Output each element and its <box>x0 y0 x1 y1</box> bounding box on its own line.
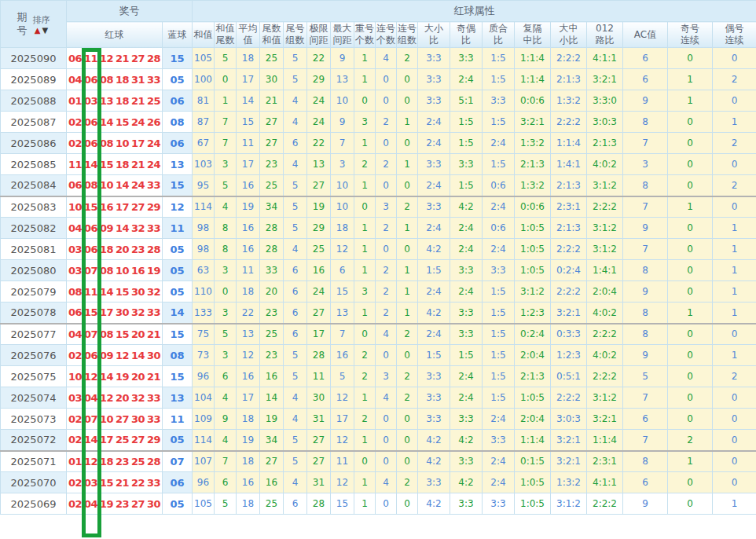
period-cell: 2025088 <box>1 90 67 112</box>
lottery-trend-page: 期 号 排序 ▲ ▼ 奖号 红球属性 红球 蓝球 和 <box>0 0 756 539</box>
attr-cell: 5 <box>623 366 668 387</box>
attr-cell: 1:5 <box>483 69 515 90</box>
red-ball: 33 <box>146 179 162 191</box>
red-ball: 06 <box>83 74 99 86</box>
attr-cell: 19 <box>237 430 260 451</box>
attr-cell: 27 <box>307 302 331 324</box>
attr-cell: 1 <box>668 302 713 324</box>
blue-ball-cell: 13 <box>163 387 193 409</box>
attr-cell: 3:0:3 <box>587 112 623 133</box>
red-ball: 15 <box>115 116 130 128</box>
attr-cell: 11 <box>331 451 354 472</box>
attr-cell: 7 <box>623 430 668 451</box>
red-ball: 30 <box>146 498 162 510</box>
red-ball: 21 <box>115 53 130 64</box>
attr-cell: 0 <box>376 175 397 196</box>
attr-cell: 4:0:2 <box>587 154 623 175</box>
attr-cell: 0 <box>215 69 237 90</box>
red-ball: 04 <box>68 222 83 234</box>
attr-cell: 0 <box>668 239 713 260</box>
red-balls-cell: 030708101619 <box>67 260 163 281</box>
attr-cell: 3:3 <box>418 366 450 387</box>
attr-cell: 3:3 <box>450 154 483 175</box>
attr-cell: 5 <box>284 196 307 218</box>
attr-cell: 2 <box>376 112 397 133</box>
attr-cell: 18 <box>237 493 260 515</box>
red-ball: 33 <box>146 74 162 86</box>
attr-cell: 24 <box>307 112 331 133</box>
table-row: 20250790811141530320511001820624153212:4… <box>1 281 756 302</box>
attr-cell: 103 <box>193 154 215 175</box>
table-row: 2025081030618202328059881628425121004:22… <box>1 239 756 260</box>
red-ball: 07 <box>83 413 99 425</box>
attr-cell: 3:2:1 <box>551 451 587 472</box>
blue-ball-cell: 11 <box>163 409 193 430</box>
attr-cell: 29 <box>307 218 331 239</box>
blue-ball-cell: 07 <box>163 451 193 472</box>
attr-cell: 109 <box>193 409 215 430</box>
red-ball: 21 <box>130 95 146 107</box>
red-ball: 06 <box>68 53 83 64</box>
attr-cell: 5 <box>284 366 307 387</box>
blue-ball-cell: 13 <box>163 154 193 175</box>
attr-cell: 2:4 <box>483 196 515 218</box>
red-ball: 10 <box>99 179 115 191</box>
red-ball: 26 <box>146 116 162 128</box>
blue-ball-cell: 05 <box>163 493 193 515</box>
attr-cell: 3 <box>376 366 397 387</box>
attr-cell: 2 <box>713 69 756 90</box>
attr-cell: 2:4 <box>483 409 515 430</box>
red-ball: 04 <box>68 74 83 86</box>
red-balls-cell: 060810142433 <box>67 175 163 196</box>
attr-column-header: 大小 比 <box>418 22 450 48</box>
attr-cell: 16 <box>260 366 284 387</box>
red-ball: 25 <box>115 434 130 446</box>
attr-cell: 3:3 <box>450 302 483 324</box>
red-ball: 09 <box>99 222 115 234</box>
red-ball: 33 <box>146 306 162 318</box>
attr-cell: 3:3 <box>450 260 483 281</box>
blue-ball-cell: 14 <box>163 302 193 324</box>
attr-cell: 6 <box>623 69 668 90</box>
attr-cell: 0:5:1 <box>551 366 587 387</box>
attr-cell: 4:2 <box>418 239 450 260</box>
table-row: 202508702061415242608877152742493212:41:… <box>1 112 756 133</box>
red-ball: 06 <box>68 306 83 318</box>
attr-cell: 2:4 <box>450 387 483 409</box>
period-cell: 2025073 <box>1 409 67 430</box>
red-ball: 10 <box>68 201 83 213</box>
red-ball: 14 <box>130 350 146 361</box>
attr-cell: 2:1:3 <box>551 175 587 196</box>
attr-cell: 3:1:2 <box>587 175 623 196</box>
red-ball: 10 <box>99 413 115 425</box>
red-ball: 14 <box>83 159 99 170</box>
period-cell: 2025070 <box>1 472 67 493</box>
attr-cell: 2 <box>397 48 418 69</box>
attr-cell: 6 <box>623 48 668 69</box>
sort-descending-icon[interactable]: ▼ <box>42 27 49 35</box>
red-ball: 14 <box>115 222 130 234</box>
attr-cell: 0 <box>354 90 376 112</box>
blue-ball-cell: 05 <box>163 69 193 90</box>
attr-cell: 3 <box>215 260 237 281</box>
blue-ball-cell: 08 <box>163 112 193 133</box>
attr-cell: 1:5 <box>483 154 515 175</box>
attr-cell: 27 <box>260 112 284 133</box>
red-ball: 10 <box>115 265 130 277</box>
attr-cell: 17 <box>237 69 260 90</box>
attr-cell: 20 <box>260 281 284 302</box>
attr-cell: 5 <box>215 48 237 69</box>
attr-column-header: 偶号 连续 <box>713 22 756 48</box>
sort-ascending-icon[interactable]: ▲ <box>35 27 41 35</box>
attr-cell: 6 <box>284 493 307 515</box>
attr-cell: 16 <box>237 239 260 260</box>
attr-cell: 3:3 <box>418 154 450 175</box>
attr-cell: 5 <box>284 69 307 90</box>
attr-cell: 0 <box>713 387 756 409</box>
red-ball: 13 <box>99 95 115 107</box>
attr-cell: 2:2:2 <box>587 493 623 515</box>
attr-cell: 0:3:3 <box>551 324 587 345</box>
attr-cell: 34 <box>260 430 284 451</box>
red-ball: 25 <box>130 456 146 468</box>
red-balls-cell: 020315212233 <box>67 472 163 493</box>
